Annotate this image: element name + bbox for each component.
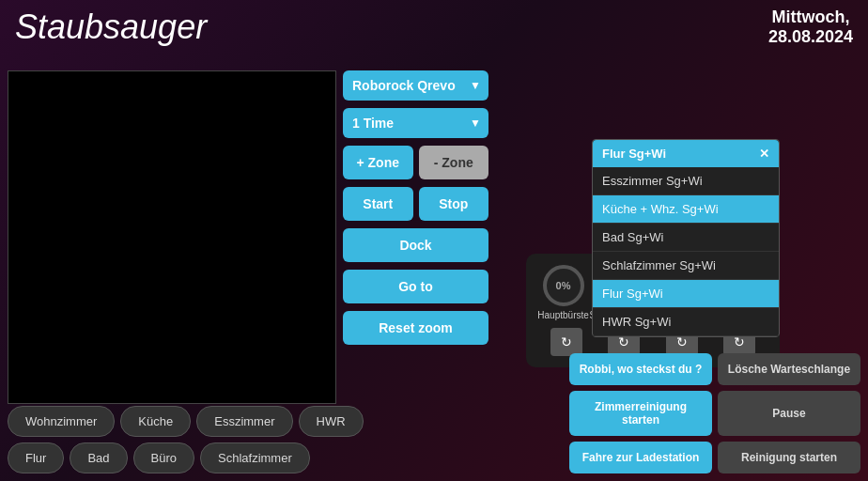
robbi-locate-button[interactable]: Robbi, wo steckst du ? xyxy=(569,353,712,385)
device-dropdown[interactable]: Roborock Qrevo xyxy=(343,70,488,101)
room-dropdown-header[interactable]: Flur Sg+Wi ✕ xyxy=(593,140,779,167)
reset-zoom-button[interactable]: Reset zoom xyxy=(343,311,488,345)
room-btn-kueche[interactable]: Küche xyxy=(120,406,191,437)
action-buttons: Robbi, wo steckst du ? Lösche Warteschla… xyxy=(569,353,860,473)
goto-button[interactable]: Go to xyxy=(343,270,488,303)
room-item-hwr[interactable]: HWR Sg+Wi xyxy=(593,308,779,336)
refresh-hauptbuerste-button[interactable]: ↻ xyxy=(550,328,582,356)
bottom-rooms: Wohnzimmer Küche Esszimmer HWR Flur Bad … xyxy=(8,406,421,473)
zone-buttons-row: + Zone - Zone xyxy=(343,146,488,179)
add-zone-button[interactable]: + Zone xyxy=(343,146,413,179)
room-item-esszimmer[interactable]: Esszimmer Sg+Wi xyxy=(593,167,779,195)
room-btn-wohnzimmer[interactable]: Wohnzimmer xyxy=(8,406,115,437)
room-item-bad[interactable]: Bad Sg+Wi xyxy=(593,224,779,252)
start-button[interactable]: Start xyxy=(343,187,413,221)
dock-button[interactable]: Dock xyxy=(343,228,488,262)
time-dropdown[interactable]: 1 Time2 Times3 Times xyxy=(343,108,488,138)
app-title: Staubsauger xyxy=(15,8,207,46)
start-stop-row: Start Stop xyxy=(343,187,488,221)
start-cleaning-button[interactable]: Reinigung starten xyxy=(718,442,860,473)
date-line2: 28.08.2024 xyxy=(768,27,853,47)
room-clean-button[interactable]: Zimmerreinigung starten xyxy=(569,391,712,436)
date-display: Mittwoch, 28.08.2024 xyxy=(768,8,853,47)
map-area xyxy=(8,70,336,404)
room-dropdown-close-icon: ✕ xyxy=(759,147,769,161)
room-btn-esszimmer[interactable]: Esszimmer xyxy=(196,406,292,437)
room-dropdown-overlay: Flur Sg+Wi ✕ Esszimmer Sg+Wi Küche + Whz… xyxy=(592,139,780,337)
room-item-kueche[interactable]: Küche + Whz. Sg+Wi xyxy=(593,195,779,224)
room-dropdown-header-label: Flur Sg+Wi xyxy=(602,147,666,161)
date-line1: Mittwoch, xyxy=(768,8,853,27)
room-btn-schlafzimmer[interactable]: Schlafzimmer xyxy=(200,442,310,473)
room-btn-buero[interactable]: Büro xyxy=(133,442,194,473)
room-item-schlafzimmer[interactable]: Schlafzimmer Sg+Wi xyxy=(593,252,779,280)
gauge-hauptbuerste: 0% Hauptbürste xyxy=(537,265,588,320)
controls-panel: Roborock Qrevo ▼ 1 Time2 Times3 Times ▼ … xyxy=(343,70,488,345)
pause-button[interactable]: Pause xyxy=(718,391,860,436)
app-header: Staubsauger xyxy=(15,8,207,47)
gauge-hauptbuerste-label: Hauptbürste xyxy=(537,310,588,320)
remove-zone-button[interactable]: - Zone xyxy=(419,146,489,179)
room-btn-hwr[interactable]: HWR xyxy=(299,406,364,437)
stop-button[interactable]: Stop xyxy=(419,187,489,221)
clear-queue-button[interactable]: Lösche Warteschlange xyxy=(718,353,860,385)
room-item-flur[interactable]: Flur Sg+Wi xyxy=(593,280,779,308)
goto-dock-button[interactable]: Fahre zur Ladestation xyxy=(569,442,712,473)
time-dropdown-wrapper[interactable]: 1 Time2 Times3 Times ▼ xyxy=(343,108,488,138)
device-dropdown-wrapper[interactable]: Roborock Qrevo ▼ xyxy=(343,70,488,101)
room-btn-flur[interactable]: Flur xyxy=(8,442,64,473)
gauge-hauptbuerste-value: 0% xyxy=(543,265,584,306)
room-btn-bad[interactable]: Bad xyxy=(70,442,127,473)
